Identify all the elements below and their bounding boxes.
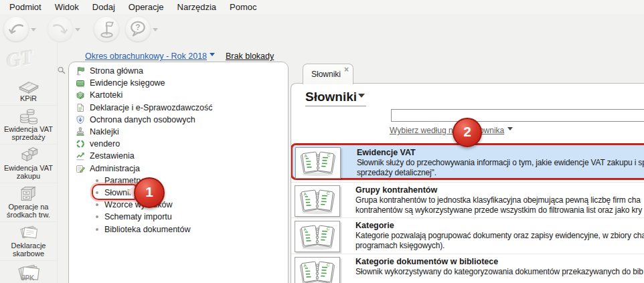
module-sidebar: GT KPiR Ewidencja VAT sprzedaży Ewidencj… <box>0 43 58 283</box>
tree-item-label: Ochrona danych osobowych <box>90 115 195 124</box>
shield-icon <box>76 115 85 124</box>
flag-button[interactable] <box>94 16 119 41</box>
tree-item-ochrona-danych[interactable]: Ochrona danych osobowych <box>69 114 288 126</box>
stamp-icon <box>76 127 85 136</box>
pin-icon[interactable] <box>57 66 67 76</box>
jpk-documents-icon: JPK <box>15 262 42 283</box>
close-icon[interactable]: × <box>344 66 349 74</box>
dictionary-icon-box <box>295 185 340 217</box>
list-item-kategorie-dokumentow[interactable]: Kategorie dokumentów w bibliotece Słowni… <box>291 254 644 283</box>
dictionary-icon-box <box>295 147 341 179</box>
bullet-icon <box>96 191 98 194</box>
tree-subitem-wzorce-wydrukow[interactable]: Wzorce wydruków <box>69 199 288 211</box>
tree-item-deklaracje[interactable]: Deklaracje i e-Sprawozdawczość <box>69 102 288 114</box>
chevron-down-icon <box>358 94 365 101</box>
boxes-icon <box>16 146 42 164</box>
dictionary-cards-icon <box>298 187 337 215</box>
tree-item-label: vendero <box>90 139 120 149</box>
svg-text:JPK: JPK <box>21 274 34 282</box>
search-input[interactable] <box>391 109 644 122</box>
help-button[interactable] <box>125 16 151 41</box>
list-item-desc-line1: Słownik służy do przechowywania informac… <box>357 158 644 168</box>
menu-operacje[interactable]: Operacje <box>122 1 171 13</box>
vendero-icon <box>76 139 85 149</box>
dictionary-icon-box <box>295 257 340 283</box>
list-item-title: Ewidencje VAT <box>357 148 644 158</box>
filter-by-name-link[interactable]: Wybierz według nazwy słownika <box>390 126 513 135</box>
toolbar <box>0 14 644 43</box>
list-item-ewidencje-vat[interactable]: Ewidencje VAT Słownik służy do przechowy… <box>291 143 644 180</box>
list-item-desc-line2: programach księgowych). <box>355 241 644 251</box>
page-title: Słowniki <box>305 90 357 104</box>
list-item-desc-line1: Kategorie pozwalają pogrupować dokumenty… <box>355 231 644 241</box>
nav-forward-dropdown-caret[interactable] <box>75 28 80 34</box>
tree-subitem-schematy-importu[interactable]: Schematy importu <box>69 211 288 223</box>
tree-item-label: Naklejki <box>90 127 119 136</box>
dictionary-cards-icon <box>298 259 337 283</box>
accounting-period-link[interactable]: Okres obrachunkowy - Rok 2018 <box>85 52 215 61</box>
tree-subitem-slowniki[interactable]: Słowniki <box>69 187 288 199</box>
tree-item-ewidencje-ksiegowe[interactable]: Ewidencje księgowe <box>69 77 288 89</box>
nav-back-dropdown-caret[interactable] <box>31 28 36 34</box>
bullet-icon <box>96 215 98 218</box>
dictionary-cards-icon <box>299 149 337 177</box>
drawer-icon <box>76 90 85 100</box>
list-item-title: Grupy kontrahentów <box>355 185 644 195</box>
tree-subitem-label: Biblioteka dokumentów <box>104 225 191 234</box>
flag-icon <box>98 20 115 38</box>
list-item-grupy-kontrahentow[interactable]: Grupy kontrahentów Grupa kontrahentów to… <box>291 182 644 217</box>
tab-slowniki[interactable]: Słowniki × <box>303 64 353 84</box>
page-title-dropdown[interactable]: Słowniki <box>305 90 366 106</box>
tree-item-zestawienia[interactable]: Zestawienia <box>69 150 288 162</box>
sidebar-item-label: Operacje na środkach trw. <box>7 203 50 219</box>
content-panel: Słowniki Wybierz według nazwy słownika E… <box>291 83 644 283</box>
nav-forward-icon <box>52 20 69 37</box>
menu-widok[interactable]: Widok <box>48 1 86 13</box>
help-icon <box>129 20 147 37</box>
list-item-title: Kategorie <box>355 221 644 231</box>
sidebar-item-deklaracje-skarbowe[interactable]: Deklaracje skarbowe <box>0 222 57 261</box>
documents-icon <box>16 223 42 242</box>
tree-item-label: Ewidencje księgowe <box>90 78 165 88</box>
sidebar-item-ewidencja-vat-zakupu[interactable]: Ewidencja VAT zakupu <box>0 145 57 183</box>
nav-forward-button[interactable] <box>48 16 73 41</box>
tree-item-label: Administracja <box>90 164 140 173</box>
tree-item-kartoteki[interactable]: Kartoteki <box>69 89 288 101</box>
tree-item-naklejki[interactable]: Naklejki <box>69 126 288 138</box>
annotation-step-1: 1 <box>134 177 165 208</box>
tree-item-label: Deklaracje i e-Sprawozdawczość <box>90 103 212 112</box>
gt-logo: GT <box>5 41 60 79</box>
book-icon <box>76 78 85 88</box>
tree-subitem-label: Schematy importu <box>104 212 172 221</box>
dictionary-cards-icon <box>298 223 337 251</box>
menu-pomoc[interactable]: Pomoc <box>223 1 263 13</box>
tree-subitem-biblioteka-dokumentow[interactable]: Biblioteka dokumentów <box>69 223 288 235</box>
nav-back-button[interactable] <box>3 16 29 41</box>
tree-item-administracja[interactable]: Administracja <box>69 163 288 175</box>
menu-podmiot[interactable]: Podmiot <box>3 1 48 13</box>
report-icon <box>76 151 85 161</box>
bullet-icon <box>96 179 98 182</box>
tree-item-vendero[interactable]: vendero <box>69 138 288 150</box>
list-item-title: Kategorie dokumentów w bibliotece <box>355 257 644 267</box>
tree-subitem-parametry[interactable]: Parametry <box>69 175 288 187</box>
chevron-down-icon <box>210 53 215 59</box>
list-item-desc-line2: kontrahentów są wykorzystywane przede ws… <box>355 205 644 215</box>
coins-icon <box>16 107 42 125</box>
lock-status-link[interactable]: Brak blokady <box>226 52 274 61</box>
sidebar-item-jpk[interactable]: JPK <box>0 261 57 283</box>
bullet-icon <box>96 228 98 231</box>
sidebar-item-operacje-srodki-trwale[interactable]: Operacje na środkach trw. <box>0 183 57 222</box>
list-item-kategorie[interactable]: Kategorie Kategorie pozwalają pogrupować… <box>291 217 644 253</box>
sidebar-item-label: Ewidencja VAT zakupu <box>4 164 53 181</box>
help-dropdown-caret[interactable] <box>153 28 158 34</box>
cabinet-icon <box>16 185 42 203</box>
tree-item-label: Zestawienia <box>90 151 135 161</box>
dictionary-icon-box <box>295 221 340 252</box>
sidebar-item-kpir[interactable]: KPiR <box>0 75 57 106</box>
menu-narzedzia[interactable]: Narzędzia <box>171 1 224 13</box>
menu-dodaj[interactable]: Dodaj <box>86 1 122 13</box>
ledger-icon <box>16 76 42 94</box>
sidebar-item-ewidencja-vat-sprzedazy[interactable]: Ewidencja VAT sprzedaży <box>0 106 57 145</box>
tree-item-strona-glowna[interactable]: Strona główna <box>69 65 288 77</box>
